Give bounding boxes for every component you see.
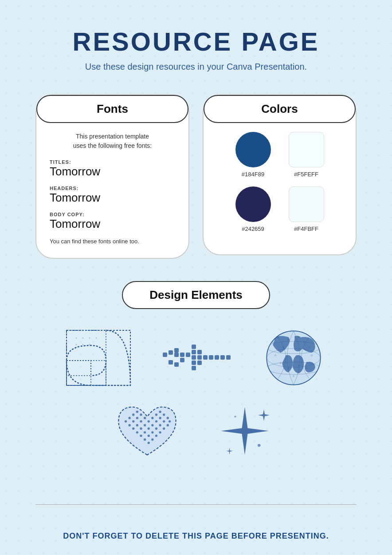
- svg-point-66: [140, 435, 142, 437]
- svg-point-54: [128, 417, 130, 419]
- svg-point-81: [155, 428, 157, 430]
- color-swatch-184F89: [235, 132, 271, 167]
- font-name-body: Tomorrow: [50, 217, 175, 231]
- golden-spiral-icon: [63, 327, 134, 389]
- heart-icon: [112, 402, 183, 464]
- svg-point-77: [151, 431, 153, 433]
- svg-point-46: [311, 354, 313, 357]
- color-label-F4FBFF: #F4FBFF: [294, 226, 318, 232]
- svg-point-40: [277, 336, 279, 338]
- svg-point-41: [282, 346, 284, 349]
- svg-point-85: [159, 424, 161, 426]
- svg-rect-15: [174, 348, 179, 353]
- svg-point-58: [132, 428, 134, 430]
- svg-rect-27: [197, 355, 202, 360]
- svg-point-42: [287, 339, 290, 341]
- svg-point-52: [293, 375, 295, 377]
- svg-rect-23: [192, 355, 196, 360]
- svg-rect-28: [197, 361, 202, 365]
- svg-rect-24: [192, 361, 196, 365]
- font-category-headers: HEADERS:: [50, 186, 175, 191]
- svg-point-55: [128, 424, 130, 426]
- fonts-label: Fonts: [97, 102, 128, 115]
- svg-point-64: [140, 420, 142, 422]
- svg-point-53: [125, 420, 127, 422]
- svg-point-60: [136, 417, 138, 419]
- svg-point-71: [148, 420, 150, 422]
- svg-rect-3: [67, 361, 91, 385]
- page-footer: DON'T FORGET TO DELETE THIS PAGE BEFORE …: [35, 518, 357, 554]
- svg-point-65: [140, 428, 142, 430]
- elements-grid: [35, 327, 357, 478]
- fonts-column: Fonts This presentation template uses th…: [35, 94, 189, 259]
- font-name-titles: Tomorrow: [50, 165, 175, 178]
- arrow-element: [161, 327, 231, 389]
- svg-point-87: [163, 413, 165, 416]
- svg-point-56: [132, 413, 134, 416]
- svg-rect-26: [197, 350, 202, 354]
- colors-section-header: Colors: [204, 95, 356, 123]
- svg-point-84: [159, 417, 161, 419]
- color-item-F4FBFF: #F4FBFF: [289, 186, 324, 232]
- svg-point-49: [287, 367, 290, 369]
- sparkle-icon: [209, 402, 280, 464]
- svg-point-73: [148, 435, 150, 437]
- svg-point-80: [155, 420, 157, 422]
- svg-point-67: [144, 417, 146, 419]
- footer-divider: [35, 504, 357, 505]
- svg-point-69: [144, 431, 146, 433]
- svg-point-90: [167, 417, 169, 419]
- colors-row-2: #242659 #F4FBFF: [212, 186, 347, 232]
- color-item-184F89: #184F89: [235, 132, 271, 178]
- svg-point-79: [155, 413, 157, 416]
- svg-point-93: [258, 444, 260, 447]
- heart-element: [112, 402, 183, 464]
- svg-point-57: [132, 420, 134, 422]
- svg-rect-20: [186, 353, 190, 357]
- svg-rect-29: [203, 355, 208, 360]
- colors-body: #184F89 #F5FEFF #242659 #F4FBFF: [204, 123, 356, 254]
- color-swatch-F4FBFF: [289, 186, 324, 222]
- svg-point-76: [151, 424, 153, 426]
- font-category-body: BODY COPY:: [50, 212, 175, 217]
- stars-element: [209, 402, 280, 464]
- footer-warning: DON'T FORGET TO DELETE THIS PAGE BEFORE …: [35, 531, 357, 541]
- svg-point-45: [298, 336, 300, 338]
- svg-rect-16: [174, 353, 179, 357]
- svg-point-86: [159, 431, 161, 433]
- svg-point-47: [274, 354, 277, 357]
- fonts-body: This presentation template uses the foll…: [36, 123, 188, 258]
- svg-rect-18: [180, 353, 184, 357]
- svg-rect-0: [67, 330, 130, 385]
- colors-row-1: #184F89 #F5FEFF: [212, 132, 347, 178]
- color-swatch-242659: [235, 186, 271, 222]
- color-item-F5FEFF: #F5FEFF: [289, 132, 324, 178]
- svg-rect-17: [174, 362, 179, 367]
- svg-point-92: [169, 420, 171, 422]
- svg-rect-1: [67, 330, 106, 385]
- color-item-242659: #242659: [235, 186, 271, 232]
- svg-point-8: [96, 337, 97, 339]
- svg-point-88: [163, 420, 165, 422]
- color-label-F5FEFF: #F5FEFF: [294, 171, 318, 178]
- svg-point-89: [163, 428, 165, 430]
- colors-label: Colors: [261, 102, 298, 115]
- svg-rect-2: [67, 361, 106, 385]
- svg-rect-21: [192, 345, 196, 349]
- fonts-intro: This presentation template uses the foll…: [50, 132, 175, 151]
- colors-column: Colors #184F89 #F5FEFF: [203, 94, 357, 255]
- golden-spiral-element: [63, 327, 134, 389]
- design-elements-header: Design Elements: [122, 281, 270, 309]
- svg-point-62: [136, 431, 138, 433]
- svg-rect-25: [192, 366, 196, 370]
- color-label-242659: #242659: [242, 226, 264, 232]
- font-row-body: BODY COPY: Tomorrow: [50, 212, 175, 231]
- svg-point-50: [298, 365, 300, 367]
- svg-point-44: [308, 346, 310, 349]
- svg-point-91: [167, 424, 169, 426]
- svg-rect-14: [169, 360, 173, 365]
- svg-point-48: [280, 362, 282, 364]
- arrow-icon: [161, 327, 231, 389]
- elements-row-2: [35, 402, 357, 464]
- svg-point-51: [306, 367, 308, 369]
